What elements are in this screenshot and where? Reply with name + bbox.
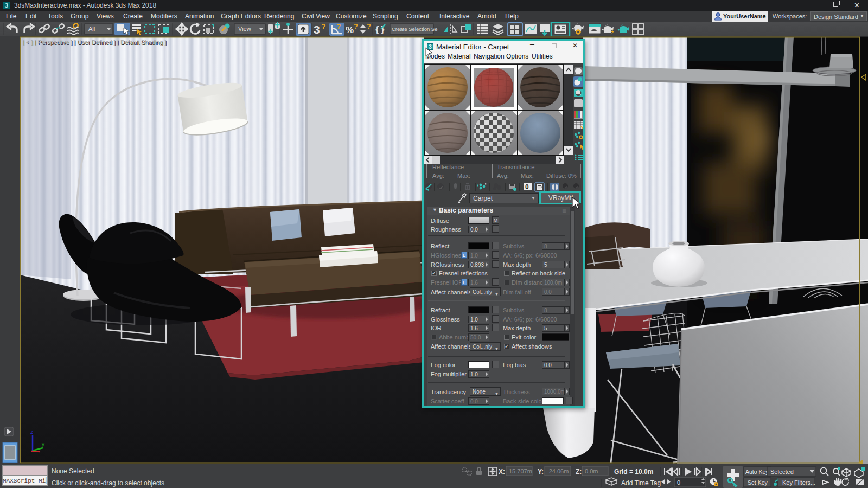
svg-text:?: ? (367, 22, 371, 30)
svg-text:Auto Key: Auto Key (745, 468, 769, 475)
svg-text:Z:: Z: (576, 468, 582, 476)
svg-text:0.0m: 0.0m (585, 468, 598, 474)
svg-text:X:: X: (499, 468, 505, 476)
svg-text:Grid = 10.0m: Grid = 10.0m (614, 468, 653, 476)
svg-text:0: 0 (525, 183, 529, 191)
svg-text:?: ? (321, 22, 326, 31)
svg-text:Selected: Selected (770, 468, 794, 475)
svg-text:Create Selection Se: Create Selection Se (392, 26, 438, 32)
svg-text:?: ? (354, 22, 358, 30)
svg-text:?: ? (336, 22, 341, 31)
svg-text:15.707m: 15.707m (509, 468, 532, 474)
svg-text:0: 0 (677, 479, 680, 486)
svg-text:Add Time Tag: Add Time Tag (621, 479, 661, 487)
svg-text:All: All (88, 25, 95, 32)
svg-text:Key Filters...: Key Filters... (782, 479, 815, 486)
svg-text:z: z (30, 429, 33, 435)
svg-text:%: % (346, 25, 354, 35)
svg-text:-24.06m: -24.06m (547, 468, 569, 474)
svg-text:3: 3 (314, 23, 320, 36)
svg-text:Y:: Y: (538, 468, 544, 476)
svg-text:View: View (238, 25, 251, 32)
svg-text:Set Key: Set Key (748, 479, 768, 486)
svg-text:y: y (42, 441, 44, 447)
